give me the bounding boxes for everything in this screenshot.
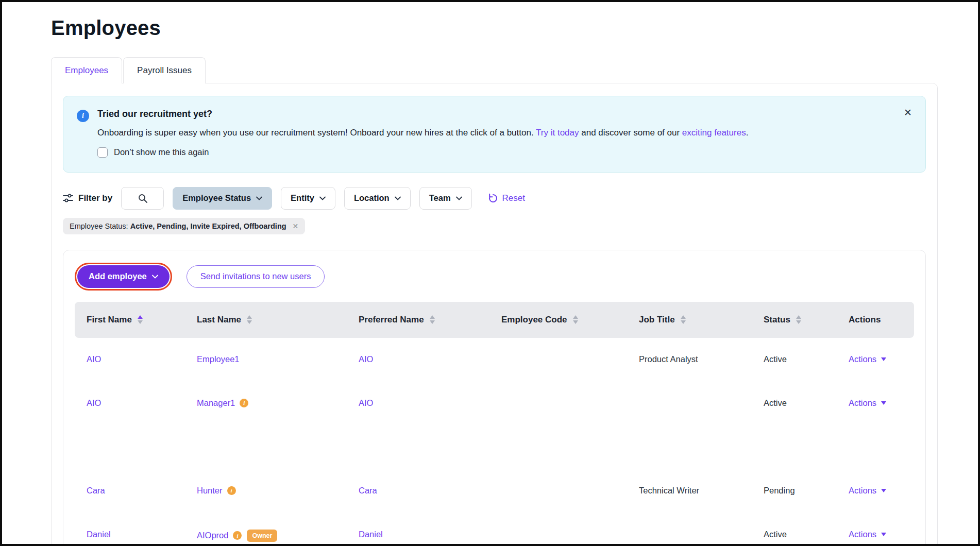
column-header-last-name[interactable]: Last Name xyxy=(197,315,359,325)
status-cell: Active xyxy=(764,354,849,364)
add-employee-button[interactable]: Add employee xyxy=(77,265,170,288)
status-cell: Active xyxy=(764,530,849,539)
sort-asc-icon xyxy=(430,315,435,319)
chevron-down-icon xyxy=(881,401,886,405)
actions-label: Actions xyxy=(849,354,876,364)
sort-asc-icon xyxy=(681,315,686,319)
job-title-cell: Technical Writer xyxy=(639,486,764,496)
sort-icon[interactable] xyxy=(681,315,686,324)
reset-filters-button[interactable]: Reset xyxy=(488,193,525,203)
employee-first-name-link[interactable]: Daniel xyxy=(87,530,111,539)
filter-entity[interactable]: Entity xyxy=(281,187,335,210)
dropdown-label: Location xyxy=(354,193,390,203)
filter-team[interactable]: Team xyxy=(419,187,472,210)
table-row: Daniel AIOprod i Owner Daniel Active Act… xyxy=(75,513,914,546)
recruitment-banner: i Tried our recruitment yet? Onboarding … xyxy=(63,96,926,173)
actions-label: Actions xyxy=(849,486,876,496)
actions-label: Actions xyxy=(849,398,876,408)
filter-location[interactable]: Location xyxy=(344,187,411,210)
employees-page: Employees EmployeesPayroll Issues i Trie… xyxy=(2,2,978,546)
column-header-label: Job Title xyxy=(639,315,675,325)
reset-icon xyxy=(488,193,498,203)
sort-asc-icon xyxy=(247,315,252,319)
column-header-label: Last Name xyxy=(197,315,241,325)
actions-label: Actions xyxy=(849,530,876,539)
employee-first-name-link[interactable]: AIO xyxy=(87,354,101,364)
chevron-down-icon xyxy=(881,489,886,492)
sort-desc-icon xyxy=(681,320,686,324)
sort-desc-icon xyxy=(430,320,435,324)
close-icon[interactable]: ✕ xyxy=(904,108,912,117)
try-it-today-link[interactable]: Try it today xyxy=(536,128,579,138)
employee-first-name-link[interactable]: AIO xyxy=(87,398,101,408)
employee-last-name-link[interactable]: Hunter xyxy=(197,486,223,496)
info-icon[interactable]: i xyxy=(233,531,242,540)
banner-text: and discover some of our xyxy=(579,128,682,138)
column-header-label: Status xyxy=(764,315,790,325)
sort-icon[interactable] xyxy=(430,315,435,324)
sort-asc-icon xyxy=(796,315,801,319)
employee-preferred-name-link[interactable]: Cara xyxy=(359,486,377,496)
tabs: EmployeesPayroll Issues xyxy=(51,57,938,83)
employee-preferred-name-link[interactable]: AIO xyxy=(359,398,373,408)
search-icon xyxy=(138,193,148,203)
sort-asc-icon xyxy=(573,315,578,319)
employee-last-name-link[interactable]: Employee1 xyxy=(197,354,240,364)
row-actions-button[interactable]: Actions xyxy=(849,486,886,496)
sort-icon[interactable] xyxy=(138,315,143,324)
tab-employees[interactable]: Employees xyxy=(51,57,122,83)
employee-last-name-link[interactable]: AIOprod xyxy=(197,531,228,540)
employees-table-card: Add employee Send invitations to new use… xyxy=(63,250,926,546)
info-icon[interactable]: i xyxy=(227,486,236,495)
tab-payroll-issues[interactable]: Payroll Issues xyxy=(123,57,206,83)
tab-label: Payroll Issues xyxy=(137,65,192,75)
chevron-down-icon xyxy=(881,533,886,536)
column-header-label: First Name xyxy=(87,315,132,325)
chevron-down-icon xyxy=(881,357,886,361)
remove-filter-icon[interactable]: ✕ xyxy=(293,223,299,230)
chip-text: Employee Status: Active, Pending, Invite… xyxy=(70,222,286,230)
employees-table: First Name Last Name Preferred Name Empl… xyxy=(75,302,914,546)
column-header-first-name[interactable]: First Name xyxy=(87,315,197,325)
filter-bar: Filter by Employee Status Entity Locatio… xyxy=(63,187,926,210)
chevron-down-icon xyxy=(152,275,158,279)
sort-desc-icon xyxy=(138,320,143,324)
status-cell: Active xyxy=(764,398,849,408)
table-header-row: First Name Last Name Preferred Name Empl… xyxy=(75,302,914,338)
banner-text: . xyxy=(746,128,749,138)
job-title-cell: Product Analyst xyxy=(639,354,764,364)
column-header-status[interactable]: Status xyxy=(764,315,849,325)
column-header-job-title[interactable]: Job Title xyxy=(639,315,764,325)
sort-asc-icon xyxy=(138,315,143,319)
active-filter-chip: Employee Status: Active, Pending, Invite… xyxy=(63,218,305,234)
sort-icon[interactable] xyxy=(573,315,578,324)
chevron-down-icon xyxy=(319,196,326,200)
sort-desc-icon xyxy=(573,320,578,324)
row-actions-button[interactable]: Actions xyxy=(849,398,886,408)
send-invitations-button[interactable]: Send invitations to new users xyxy=(187,265,325,288)
info-icon[interactable]: i xyxy=(240,399,248,407)
employee-preferred-name-link[interactable]: AIO xyxy=(359,354,373,364)
exciting-features-link[interactable]: exciting features xyxy=(682,128,746,138)
status-cell: Pending xyxy=(764,486,849,496)
sort-icon[interactable] xyxy=(247,315,252,324)
employee-last-name-link[interactable]: Manager1 xyxy=(197,398,235,408)
row-actions-button[interactable]: Actions xyxy=(849,530,886,539)
employee-first-name-link[interactable]: Cara xyxy=(87,486,105,496)
column-header-employee-code[interactable]: Employee Code xyxy=(501,315,639,325)
employee-preferred-name-link[interactable]: Daniel xyxy=(359,530,383,539)
dropdown-label: Entity xyxy=(291,193,314,203)
column-header-preferred-name[interactable]: Preferred Name xyxy=(359,315,501,325)
active-filters: Employee Status: Active, Pending, Invite… xyxy=(63,218,926,234)
sort-icon[interactable] xyxy=(796,315,801,324)
filter-employee-status[interactable]: Employee Status xyxy=(173,187,272,210)
checkbox-label: Don’t show me this again xyxy=(114,147,209,157)
column-header-actions[interactable]: Actions xyxy=(849,315,914,325)
dropdown-label: Team xyxy=(429,193,451,203)
checkbox[interactable] xyxy=(97,147,108,158)
dont-show-again-option[interactable]: Don’t show me this again xyxy=(97,147,209,158)
search-button[interactable] xyxy=(121,187,164,210)
row-actions-button[interactable]: Actions xyxy=(849,354,886,364)
table-toolbar: Add employee Send invitations to new use… xyxy=(75,263,914,291)
table-row: Cara Hunter i Cara Technical Writer Pend… xyxy=(75,469,914,513)
